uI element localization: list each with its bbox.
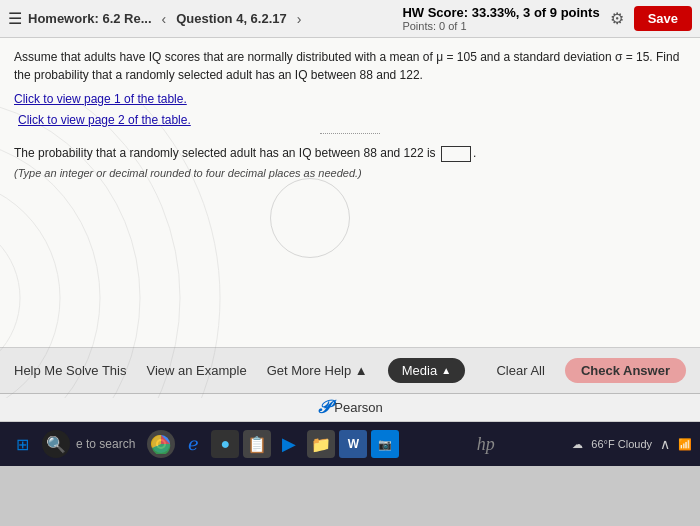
homework-title: Homework: 6.2 Re...: [28, 11, 152, 26]
taskbar-app-icon-2[interactable]: 📋: [243, 430, 271, 458]
decorative-circle: [270, 178, 350, 258]
gear-icon-button[interactable]: ⚙: [610, 9, 624, 28]
taskbar-search-text[interactable]: e to search: [76, 437, 135, 451]
main-content: Assume that adults have IQ scores that a…: [0, 38, 700, 348]
question-label: Question 4, 6.2.17: [176, 11, 287, 26]
hw-score-value: 33.33%, 3 of 9 points: [472, 5, 600, 20]
taskbar-app-icon-3[interactable]: ▶: [275, 430, 303, 458]
pearson-logo: 𝒫 Pearson: [317, 397, 382, 418]
answer-input-box[interactable]: [441, 146, 471, 162]
top-bar: ☰ Homework: 6.2 Re... ‹ Question 4, 6.2.…: [0, 0, 700, 38]
taskbar-chrome-icon[interactable]: [147, 430, 175, 458]
taskbar: ⊞ 🔍 e to search ℯ ● 📋 ▶ 📁 W 📷 hp ☁ 66°F …: [0, 422, 700, 466]
pearson-brand-text: Pearson: [334, 400, 382, 415]
taskbar-edge-icon[interactable]: ℯ: [179, 430, 207, 458]
pearson-bar: 𝒫 Pearson: [0, 394, 700, 422]
media-arrow-icon: ▲: [441, 365, 451, 376]
taskbar-system-tray: ☁ 66°F Cloudy ∧ 📶: [572, 436, 692, 452]
top-bar-right: HW Score: 33.33%, 3 of 9 points Points: …: [402, 5, 692, 32]
taskbar-app-icon-4[interactable]: 📁: [307, 430, 335, 458]
nav-right-button[interactable]: ›: [293, 9, 306, 29]
weather-info: 66°F Cloudy: [591, 438, 652, 450]
system-tray-icons: ∧: [660, 436, 670, 452]
action-bar: Help Me Solve This View an Example Get M…: [0, 348, 700, 394]
view-example-button[interactable]: View an Example: [146, 363, 246, 378]
help-me-solve-button[interactable]: Help Me Solve This: [14, 363, 126, 378]
hamburger-icon[interactable]: ☰: [8, 9, 22, 28]
taskbar-start-icon[interactable]: ⊞: [8, 430, 36, 458]
taskbar-brand-area: hp: [403, 434, 568, 455]
media-label: Media: [402, 363, 437, 378]
probability-section: The probability that a randomly selected…: [14, 144, 686, 179]
network-icon: 📶: [678, 438, 692, 451]
weather-icon: ☁: [572, 438, 583, 451]
save-button[interactable]: Save: [634, 6, 692, 31]
taskbar-search-icon[interactable]: 🔍: [42, 430, 70, 458]
get-more-help-button[interactable]: Get More Help ▲: [267, 363, 368, 378]
note-text: (Type an integer or decimal rounded to f…: [14, 167, 686, 179]
taskbar-brand-text: hp: [477, 434, 495, 455]
table-link-2[interactable]: Click to view page 2 of the table.: [18, 113, 191, 127]
question-text: Assume that adults have IQ scores that a…: [14, 48, 686, 84]
taskbar-word-icon[interactable]: W: [339, 430, 367, 458]
nav-left-button[interactable]: ‹: [158, 9, 171, 29]
table-links: Click to view page 1 of the table. Click…: [14, 92, 686, 127]
probability-statement: The probability that a randomly selected…: [14, 144, 686, 163]
media-button[interactable]: Media ▲: [388, 358, 465, 383]
taskbar-app-icon-1[interactable]: ●: [211, 430, 239, 458]
points-label: Points: 0 of 1: [402, 20, 599, 32]
taskbar-search-area: ⊞ 🔍 e to search: [8, 430, 135, 458]
top-bar-left: ☰ Homework: 6.2 Re... ‹ Question 4, 6.2.…: [8, 9, 305, 29]
dotted-divider: [320, 133, 380, 134]
check-answer-button[interactable]: Check Answer: [565, 358, 686, 383]
pearson-p-icon: 𝒫: [317, 397, 330, 418]
hw-score-info: HW Score: 33.33%, 3 of 9 points Points: …: [402, 5, 599, 32]
table-link-1[interactable]: Click to view page 1 of the table.: [14, 92, 686, 106]
hw-score-title: HW Score: 33.33%, 3 of 9 points: [402, 5, 599, 20]
clear-all-button[interactable]: Clear All: [496, 363, 544, 378]
taskbar-app-icon-5[interactable]: 📷: [371, 430, 399, 458]
